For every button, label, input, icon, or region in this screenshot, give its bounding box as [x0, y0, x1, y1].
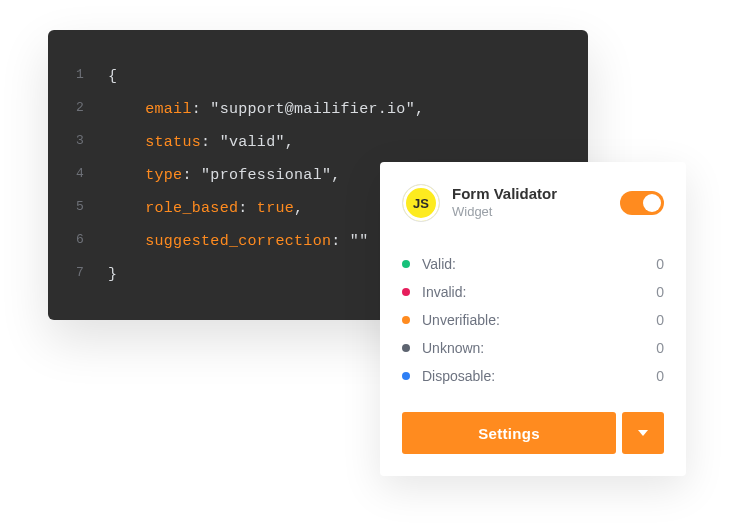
- status-dot: [402, 316, 410, 324]
- stat-value: 0: [656, 312, 664, 328]
- stat-list: Valid:0Invalid:0Unverifiable:0Unknown:0D…: [402, 250, 664, 390]
- token-key: suggested_correction: [145, 233, 331, 250]
- stat-item: Unverifiable:0: [402, 306, 664, 334]
- line-number: 7: [76, 258, 108, 288]
- token-punc: }: [108, 266, 117, 283]
- token-str: "": [350, 233, 369, 250]
- line-content: suggested_correction: "": [108, 225, 368, 258]
- line-content: status: "valid",: [108, 126, 294, 159]
- widget-subtitle: Widget: [452, 204, 620, 221]
- status-dot: [402, 288, 410, 296]
- token-str: "professional": [201, 167, 331, 184]
- line-number: 2: [76, 93, 108, 123]
- stat-item: Valid:0: [402, 250, 664, 278]
- js-icon: JS: [402, 184, 440, 222]
- settings-button[interactable]: Settings: [402, 412, 616, 454]
- code-line: 3 status: "valid",: [76, 126, 560, 159]
- widget-titles: Form Validator Widget: [452, 185, 620, 221]
- button-row: Settings: [402, 412, 664, 454]
- line-number: 5: [76, 192, 108, 222]
- widget-title: Form Validator: [452, 185, 620, 203]
- line-content: role_based: true,: [108, 192, 303, 225]
- token-punc: ,: [285, 134, 294, 151]
- form-validator-widget: JS Form Validator Widget Valid:0Invalid:…: [380, 162, 686, 476]
- stat-item: Unknown:0: [402, 334, 664, 362]
- settings-dropdown-button[interactable]: [622, 412, 664, 454]
- line-content: email: "support@mailifier.io",: [108, 93, 424, 126]
- stat-value: 0: [656, 368, 664, 384]
- stat-label: Unverifiable:: [422, 312, 656, 328]
- token-str: "valid": [220, 134, 285, 151]
- token-kw: true: [257, 200, 294, 217]
- line-number: 1: [76, 60, 108, 90]
- widget-header: JS Form Validator Widget: [402, 184, 664, 222]
- token-str: "support@mailifier.io": [210, 101, 415, 118]
- token-punc: ,: [415, 101, 424, 118]
- line-content: {: [108, 60, 117, 93]
- stat-value: 0: [656, 256, 664, 272]
- line-content: type: "professional",: [108, 159, 341, 192]
- code-line: 1{: [76, 60, 560, 93]
- token-punc: :: [192, 101, 211, 118]
- line-number: 3: [76, 126, 108, 156]
- status-dot: [402, 372, 410, 380]
- line-number: 4: [76, 159, 108, 189]
- stat-label: Valid:: [422, 256, 656, 272]
- token-key: email: [145, 101, 192, 118]
- token-punc: :: [331, 233, 350, 250]
- stat-value: 0: [656, 284, 664, 300]
- token-punc: {: [108, 68, 117, 85]
- token-key: role_based: [145, 200, 238, 217]
- stat-item: Invalid:0: [402, 278, 664, 306]
- widget-toggle[interactable]: [620, 191, 664, 215]
- stat-value: 0: [656, 340, 664, 356]
- stat-item: Disposable:0: [402, 362, 664, 390]
- status-dot: [402, 344, 410, 352]
- line-content: }: [108, 258, 117, 291]
- token-key: type: [145, 167, 182, 184]
- token-key: status: [145, 134, 201, 151]
- code-line: 2 email: "support@mailifier.io",: [76, 93, 560, 126]
- token-punc: :: [238, 200, 257, 217]
- token-punc: ,: [294, 200, 303, 217]
- stat-label: Unknown:: [422, 340, 656, 356]
- token-punc: :: [201, 134, 220, 151]
- caret-down-icon: [638, 430, 648, 436]
- token-punc: ,: [331, 167, 340, 184]
- token-punc: :: [182, 167, 201, 184]
- stat-label: Disposable:: [422, 368, 656, 384]
- stat-label: Invalid:: [422, 284, 656, 300]
- line-number: 6: [76, 225, 108, 255]
- toggle-knob: [643, 194, 661, 212]
- status-dot: [402, 260, 410, 268]
